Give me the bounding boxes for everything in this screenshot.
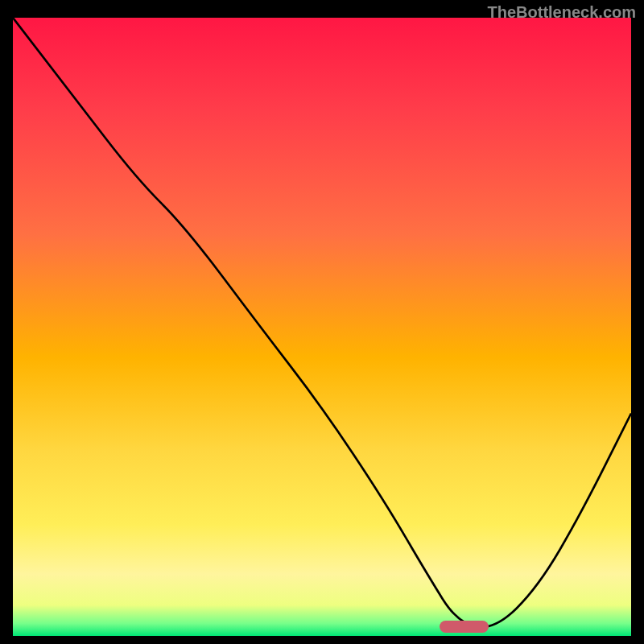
optimal-marker xyxy=(440,621,489,633)
plot-area xyxy=(13,18,631,636)
bottleneck-curve xyxy=(13,18,631,636)
watermark-text: TheBottleneck.com xyxy=(488,3,636,22)
